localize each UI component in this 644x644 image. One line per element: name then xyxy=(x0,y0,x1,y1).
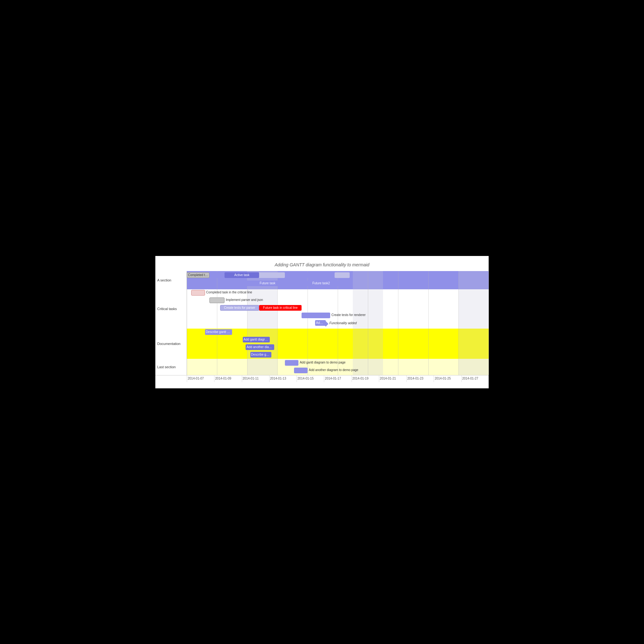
section-label-0: A section xyxy=(155,271,187,289)
grid-line xyxy=(489,359,489,375)
date-axis: 2014-01-072014-01-092014-01-112014-01-13… xyxy=(155,375,489,382)
grid-line xyxy=(489,329,489,359)
task-bar xyxy=(294,368,308,373)
gantt-wrapper: A section Completed task Active task Fut… xyxy=(155,271,489,382)
grid-line xyxy=(187,289,187,329)
task-bar xyxy=(209,297,225,303)
grid-line xyxy=(187,329,187,359)
task-label-outside: Implement parser and json xyxy=(226,298,263,302)
section-3: Last section Add gantt diagram to demo p… xyxy=(155,359,489,375)
section-1: Critical tasks Completed task in the cri… xyxy=(155,289,489,329)
grid-line xyxy=(368,329,368,359)
task-bar: Future task in critical line xyxy=(259,305,301,311)
task-bar: Add gantt diagram to demo page xyxy=(243,337,270,342)
task-label: Future task in critical line xyxy=(262,306,299,309)
grid-line xyxy=(428,329,429,359)
section-content-1: Completed task in the critical line Impl… xyxy=(187,289,489,329)
chart-title: Adding GANTT diagram functionality to me… xyxy=(155,262,489,267)
weekend-shade xyxy=(458,329,489,359)
grid-line xyxy=(187,359,187,375)
task-label: Active task xyxy=(233,273,250,277)
task-label-outside: Create tests for renderer xyxy=(331,313,366,317)
grid-line xyxy=(277,329,278,359)
grid-line xyxy=(398,329,398,359)
date-label: 2014-01-07 xyxy=(187,375,214,382)
grid-line xyxy=(489,271,489,289)
grid-line xyxy=(338,329,338,359)
grid-line xyxy=(308,289,308,329)
chart-container: Adding GANTT diagram functionality to me… xyxy=(155,256,489,388)
section-label-2: Documentation xyxy=(155,329,187,359)
grid-line xyxy=(458,329,459,359)
task-bar xyxy=(300,272,330,278)
task-bar: Add another diagram to demo page xyxy=(246,344,274,350)
grid-line xyxy=(247,329,247,359)
date-label: 2014-01-19 xyxy=(352,375,379,382)
task-label: Completed task xyxy=(187,273,209,277)
section-label-1: Critical tasks xyxy=(155,289,187,329)
task-bar xyxy=(285,360,298,366)
grid-line xyxy=(308,329,308,359)
grid-line xyxy=(398,289,398,329)
task-bar: Active task xyxy=(225,272,259,278)
task-bar xyxy=(255,272,285,278)
milestone-label: Functionality added xyxy=(330,321,357,325)
task-label: Describe gantt syntax xyxy=(205,330,232,334)
grid-line xyxy=(368,359,368,375)
grid-line xyxy=(428,271,429,289)
weekend-shade xyxy=(458,289,489,329)
task-bar: Create tests for parser xyxy=(220,305,259,311)
task-bar xyxy=(302,313,330,318)
date-label: 2014-01-27 xyxy=(461,375,489,382)
task-label: Future task2 xyxy=(311,281,331,285)
task-bar: Describe gantt syntax xyxy=(205,329,232,335)
section-content-0: Completed task Active task Future task F… xyxy=(187,271,489,289)
grid-line xyxy=(368,289,368,329)
section-content-2: Describe gantt syntax Add gantt diagram … xyxy=(187,329,489,359)
task-bar: Completed task xyxy=(187,272,209,278)
date-label: 2014-01-23 xyxy=(406,375,434,382)
date-label: 2014-01-17 xyxy=(324,375,351,382)
section-label-3: Last section xyxy=(155,359,187,375)
grid-line xyxy=(398,359,398,375)
section-2: Documentation Describe gantt syntax Add … xyxy=(155,329,489,359)
task-label: Add gantt diagram to demo page xyxy=(243,338,270,341)
grid-line xyxy=(458,289,459,329)
grid-line xyxy=(428,359,429,375)
task-label-outside: Add gantt diagram to demo page xyxy=(300,361,346,364)
grid-line xyxy=(368,271,368,289)
grid-line xyxy=(217,289,217,329)
task-bar: Describe gantt syntax xyxy=(250,352,271,358)
task-bar xyxy=(335,272,350,278)
date-label: 2014-01-21 xyxy=(379,375,406,382)
weekend-shade xyxy=(458,271,489,289)
weekend-shade xyxy=(247,359,277,375)
task-label-outside: Add another diagram to demo page xyxy=(309,368,358,372)
weekend-shade xyxy=(458,359,489,375)
date-label: 2014-01-09 xyxy=(214,375,241,382)
section-content-3: Add gantt diagram to demo page Add anoth… xyxy=(187,359,489,375)
task-bar xyxy=(191,290,205,296)
grid-line xyxy=(428,289,429,329)
grid-line xyxy=(458,271,459,289)
task-label: Create tests for parser xyxy=(223,306,256,309)
date-label: 2014-01-15 xyxy=(297,375,324,382)
grid-line xyxy=(398,271,398,289)
section-0: A section Completed task Active task Fut… xyxy=(155,271,489,289)
date-label: 2014-01-25 xyxy=(434,375,461,382)
grid-line xyxy=(217,359,217,375)
task-label: Add another diagram to demo page xyxy=(246,345,274,349)
gantt-chart: A section Completed task Active task Fut… xyxy=(155,271,489,382)
grid-line xyxy=(489,289,489,329)
task-bar: Future task2 xyxy=(300,280,342,286)
task-label: Future task xyxy=(259,281,276,285)
grid-line xyxy=(458,359,459,375)
date-label: 2014-01-11 xyxy=(242,375,269,382)
task-label: Describe gantt syntax xyxy=(250,353,271,356)
grid-line xyxy=(277,359,278,375)
grid-line xyxy=(247,359,247,375)
task-bar: Future task xyxy=(240,280,296,286)
date-label: 2014-01-13 xyxy=(269,375,297,382)
task-label-outside: Completed task in the critical line xyxy=(206,291,252,294)
